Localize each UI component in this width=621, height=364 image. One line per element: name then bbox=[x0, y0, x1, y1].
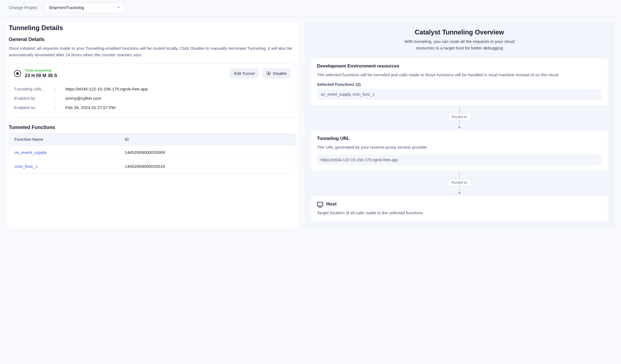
col-id: ID bbox=[125, 137, 291, 142]
disable-label: Disable bbox=[273, 71, 286, 76]
flow-connector: Routed to bbox=[311, 107, 608, 129]
tunneling-url-value: https://e034-122-15-156-179.ngrok-free.a… bbox=[317, 154, 602, 165]
kv-value: emmy@zylker.com bbox=[65, 96, 101, 101]
routed-to-pill: Routed to bbox=[448, 179, 471, 186]
selected-functions-label: Selected Functions (2) bbox=[317, 82, 602, 87]
disable-button[interactable]: Disable bbox=[262, 68, 291, 78]
card-title: Development Environment resources bbox=[317, 63, 602, 69]
time-remaining-label: Time remaining bbox=[25, 68, 57, 72]
function-id: 14452000000020019 bbox=[125, 164, 291, 169]
col-function-name: Function Name bbox=[14, 137, 125, 142]
function-link[interactable]: on_event_supply bbox=[14, 150, 46, 155]
tunneling-details-panel: Tunneling Details General Details Once i… bbox=[7, 22, 298, 228]
kv-tunneling-url: Tunneling URL : https://e034-122-15-156-… bbox=[14, 84, 291, 94]
monitor-icon bbox=[317, 202, 323, 206]
dev-env-card: Development Environment resources The se… bbox=[311, 58, 608, 105]
kv-key: Enabled on bbox=[14, 105, 55, 110]
table-row: cron_func_1 14452000000020019 bbox=[9, 159, 296, 173]
tunneled-functions-title: Tunneled Functions bbox=[9, 125, 296, 130]
host-card: Host Target location of all calls made t… bbox=[311, 196, 608, 222]
kv-value: Feb 28, 2024 02:27:07 PM bbox=[65, 105, 116, 110]
general-details-desc: Once initiated, all requests made to you… bbox=[9, 45, 296, 58]
project-select[interactable]: ShipmentTrackinbg ▼ bbox=[45, 3, 124, 12]
change-project-label: Change Project: bbox=[9, 5, 38, 10]
card-desc: The URL generated by your reverse-proxy … bbox=[317, 144, 602, 151]
card-desc: Target location of all calls made to the… bbox=[317, 210, 602, 216]
edit-tunnel-button[interactable]: Edit Tunnel bbox=[230, 68, 259, 78]
kv-key: Enabled by bbox=[14, 96, 55, 101]
general-details-title: General Details bbox=[9, 37, 296, 42]
overview-title: Catalyst Tunneling Overview bbox=[311, 28, 608, 36]
selected-functions-value: on_event_supply, cron_func_1 bbox=[317, 89, 602, 100]
functions-table: Function Name ID on_event_supply 1445200… bbox=[9, 133, 296, 174]
function-id: 14452000000020009 bbox=[125, 150, 291, 155]
disable-circle-icon bbox=[266, 71, 271, 75]
tunneling-url-card: Tunneling URL The URL generated by your … bbox=[311, 130, 608, 171]
card-title: Tunneling URL bbox=[317, 136, 602, 141]
top-bar: Change Project: ShipmentTrackinbg ▼ bbox=[0, 0, 621, 16]
chevron-down-icon: ▼ bbox=[117, 6, 120, 9]
card-desc: The selected functions will be tunneled … bbox=[317, 72, 602, 78]
function-link[interactable]: cron_func_1 bbox=[14, 164, 38, 169]
table-row: on_event_supply 14452000000020009 bbox=[9, 145, 296, 159]
arrow-down-icon bbox=[458, 127, 461, 129]
kv-value: https://e034-122-15-156-179.ngrok-free.a… bbox=[65, 87, 148, 92]
overview-desc: With tunneling, you can route all the re… bbox=[402, 38, 517, 51]
kv-key: Tunneling URL bbox=[14, 87, 55, 92]
overview-panel: Catalyst Tunneling Overview With tunneli… bbox=[304, 22, 614, 228]
time-remaining-value: 23 H 59 M 38 S bbox=[25, 73, 57, 78]
status-active-icon bbox=[14, 70, 21, 77]
page-title: Tunneling Details bbox=[9, 24, 296, 32]
kv-enabled-on: Enabled on : Feb 28, 2024 02:27:07 PM bbox=[14, 103, 291, 112]
project-select-value: ShipmentTrackinbg bbox=[49, 5, 84, 10]
tunnel-status-card: Time remaining 23 H 59 M 38 S Edit Tunne… bbox=[9, 63, 296, 118]
routed-to-pill: Routed to bbox=[448, 113, 471, 120]
flow-connector: Routed to bbox=[311, 172, 608, 194]
edit-tunnel-label: Edit Tunnel bbox=[234, 71, 254, 76]
kv-enabled-by: Enabled by : emmy@zylker.com bbox=[14, 94, 291, 103]
arrow-down-icon bbox=[458, 192, 461, 194]
card-title: Host bbox=[326, 201, 337, 207]
